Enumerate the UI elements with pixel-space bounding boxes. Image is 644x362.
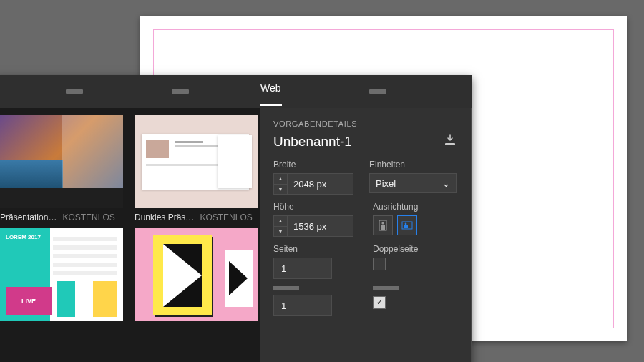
template-thumbnail: LOREM 2017 LIVE [0,228,123,321]
tab-separator [122,81,122,102]
template-thumbnail [0,115,123,208]
height-value: 1536 px [288,221,326,232]
template-price-tag: KOSTENLOS [62,212,114,222]
preset-details-panel: VORGABENDETAILS Unbenannt-1 Breite ▲▼ 20… [260,108,472,362]
width-input[interactable]: ▲▼ 2048 px [273,173,353,195]
height-input[interactable]: ▲▼ 1536 px [273,215,353,237]
template-thumbnail [135,228,258,321]
pages-value: 1 [274,263,286,274]
svg-rect-6 [404,225,408,228]
facing-pages-checkbox[interactable] [373,258,386,270]
tab-placeholder[interactable] [172,89,189,94]
download-preset-icon[interactable] [444,134,457,149]
template-thumbnail [135,115,258,208]
stepper-up-icon[interactable]: ▲ [274,216,287,227]
stepper-down-icon[interactable]: ▼ [274,227,287,237]
units-label: Einheiten [369,160,457,170]
tab-placeholder[interactable] [66,89,83,94]
width-value: 2048 px [288,179,326,190]
category-tabbar: Web [0,75,472,108]
stepper-down-icon[interactable]: ▼ [274,185,287,195]
panel-section-heading: VORGABENDETAILS [273,119,457,128]
svg-point-5 [405,223,407,225]
field-label-placeholder [373,286,399,290]
facing-pages-label: Doppelseite [373,244,457,254]
new-document-dialog: Web Präsentation… KOSTENLOS [0,75,472,362]
tab-placeholder[interactable] [369,89,386,94]
pages-input[interactable]: 1 [273,258,332,279]
document-title[interactable]: Unbenannt-1 [273,134,352,150]
template-card[interactable]: Präsentation… KOSTENLOS [0,115,123,222]
secondary-checkbox[interactable]: ✓ [373,296,386,309]
width-label: Breite [273,160,353,170]
orientation-landscape-button[interactable] [397,215,417,235]
units-value: Pixel [376,178,396,189]
orientation-label: Ausrichtung [373,202,457,212]
field-label-placeholder [273,286,299,290]
template-price-tag: KOSTENLOS [200,212,252,222]
svg-rect-0 [445,143,455,145]
template-card[interactable]: Dunkles Präs… KOSTENLOS [135,115,258,222]
template-card[interactable]: LOREM 2017 LIVE [0,228,123,321]
tab-web[interactable]: Web [260,82,281,101]
chevron-down-icon: ⌄ [442,178,450,189]
secondary-number-value: 1 [274,300,286,311]
secondary-number-input[interactable]: 1 [273,295,332,316]
pages-label: Seiten [273,244,357,254]
tab-active-indicator [260,104,282,106]
template-name: Dunkles Präs… [135,212,194,222]
stepper-up-icon[interactable]: ▲ [274,174,287,185]
svg-rect-3 [381,225,385,230]
units-select[interactable]: Pixel ⌄ [369,173,457,193]
template-card[interactable] [135,228,258,321]
templates-panel: Präsentation… KOSTENLOS Dunkles Präs… KO… [0,108,260,362]
template-name: Präsentation… [0,212,57,222]
orientation-portrait-button[interactable] [373,215,393,235]
svg-point-2 [381,222,384,224]
height-label: Höhe [273,202,357,212]
